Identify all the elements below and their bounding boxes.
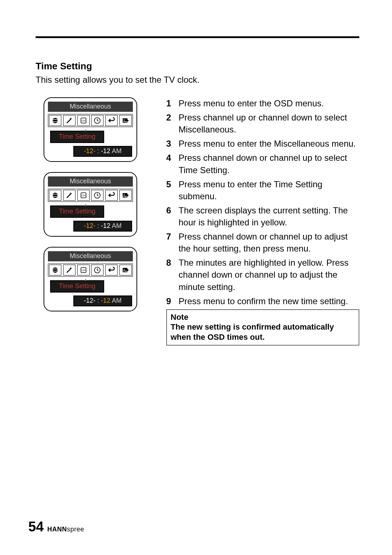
time-hour: -12- xyxy=(84,147,95,155)
time-minute: -12 xyxy=(101,297,110,304)
page-footer: 54 HANNspree xyxy=(28,519,84,535)
osd-title: Miscellaneous xyxy=(48,176,133,187)
globe-icon xyxy=(49,190,61,201)
return-icon xyxy=(105,115,118,126)
magic-wand-icon xyxy=(63,265,75,276)
step-item: The minutes are highlighted in yellow. P… xyxy=(166,257,359,293)
ch-icon xyxy=(77,190,90,201)
osd-time-value: -12- : -12 AM xyxy=(73,221,132,232)
time-hour: -12- xyxy=(84,222,95,229)
time-colon: : xyxy=(95,147,101,155)
steps-list: Press menu to enter the OSD menus.Press … xyxy=(166,97,359,307)
clock-icon xyxy=(91,115,103,126)
return-icon xyxy=(105,190,118,201)
osd-panel: Miscellaneous▲Time Setting-12- : -12 AM xyxy=(44,172,137,237)
osd-panel: Miscellaneous▲Time Setting-12- : -12 AM xyxy=(44,97,137,162)
time-minute: -12 xyxy=(101,222,110,229)
step-item: Press menu to confirm the new time setti… xyxy=(166,295,359,307)
osd-screenshots-column: Miscellaneous▲Time Setting-12- : -12 AMM… xyxy=(36,96,149,346)
time-ampm: AM xyxy=(110,147,122,155)
time-ampm: AM xyxy=(110,222,122,229)
osd-time-value: -12- : -12 AM xyxy=(73,295,132,306)
osd-title: Miscellaneous xyxy=(48,102,133,112)
osd-submenu-label: Time Setting xyxy=(50,280,104,293)
time-ampm: AM xyxy=(110,297,122,304)
osd-tab-icons xyxy=(48,114,133,127)
page-number: 54 xyxy=(28,519,44,535)
text-column: Press menu to enter the OSD menus.Press … xyxy=(166,96,359,346)
osd-tab-icons xyxy=(48,264,133,277)
osd-title: Miscellaneous xyxy=(48,251,133,261)
horizontal-rule xyxy=(36,36,359,38)
step-item: Press menu to enter the Miscellaneous me… xyxy=(166,138,359,150)
note-box: Note The new setting is confirmed automa… xyxy=(166,309,359,346)
return-icon xyxy=(105,265,118,276)
section-intro: This setting allows you to set the TV cl… xyxy=(36,75,359,85)
step-item: Press channel down or channel up to sele… xyxy=(166,152,359,176)
clock-icon xyxy=(91,265,103,276)
osd-submenu-label: Time Setting xyxy=(50,205,104,218)
osd-tab-icons xyxy=(48,189,133,202)
brand-logo: HANNspree xyxy=(47,526,84,533)
ch-icon xyxy=(77,265,90,276)
magic-wand-icon xyxy=(63,190,75,201)
step-item: Press channel up or channel down to sele… xyxy=(166,111,359,135)
step-item: The screen displays the current setting.… xyxy=(166,204,359,228)
picture-icon xyxy=(119,190,132,201)
picture-icon xyxy=(119,115,132,126)
note-label: Note xyxy=(171,313,188,322)
time-colon: : xyxy=(95,297,101,304)
ch-icon xyxy=(77,115,90,126)
time-minute: -12 xyxy=(101,147,110,155)
osd-panel: Miscellaneous▲Time Setting-12- : -12 AM xyxy=(44,247,137,311)
osd-submenu-label: Time Setting xyxy=(50,131,104,143)
clock-icon xyxy=(91,190,103,201)
note-text: The new setting is confirmed automatical… xyxy=(171,322,334,342)
time-colon: : xyxy=(95,222,101,229)
section-heading: Time Setting xyxy=(36,61,359,72)
step-item: Press menu to enter the OSD menus. xyxy=(166,97,359,109)
magic-wand-icon xyxy=(63,115,75,126)
osd-time-value: -12- : -12 AM xyxy=(73,146,132,157)
globe-icon xyxy=(49,115,61,126)
step-item: Press channel down or channel up to adju… xyxy=(166,230,359,254)
picture-icon xyxy=(119,265,132,276)
step-item: Press menu to enter the Time Setting sub… xyxy=(166,178,359,202)
time-hour: -12- xyxy=(84,297,95,304)
globe-icon xyxy=(49,265,61,276)
